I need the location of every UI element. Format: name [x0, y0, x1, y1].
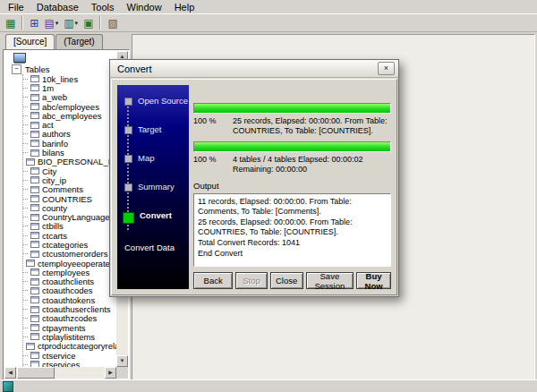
table-tree-item[interactable]: barinfo: [23, 139, 116, 148]
save-session-button[interactable]: Save Session: [306, 272, 354, 289]
tree-node-tables[interactable]: − Tables: [4, 64, 116, 74]
menu-item[interactable]: File: [2, 1, 30, 13]
table-grid-icon: [30, 361, 39, 367]
dialog-buttons: Back Stop Close Save Session Buy Now: [193, 272, 391, 289]
table-tree-item[interactable]: ctpayments: [23, 323, 116, 332]
table-tree-item[interactable]: ctoauthtokens: [23, 295, 116, 304]
step-marker-icon: [124, 155, 132, 163]
table-tree-item[interactable]: ctemployeeoperatelog: [23, 259, 116, 268]
table-grid-icon: [30, 186, 39, 193]
tab-source[interactable]: [Source]: [5, 34, 55, 49]
tab-target[interactable]: (Target): [55, 34, 102, 49]
table-tree-item[interactable]: ctoauthuserclients: [23, 304, 116, 313]
close-button[interactable]: Close: [270, 272, 303, 289]
output-line: Total Convert Records: 1041: [198, 238, 387, 248]
menu-item[interactable]: Database: [30, 1, 85, 13]
stop-button[interactable]: Stop: [235, 272, 267, 289]
table-tree-item[interactable]: ctplaylistitems: [23, 332, 116, 341]
toolbar: ▦⊞▤▾▥▾▣▧: [0, 13, 537, 32]
table-tree-item[interactable]: authors: [23, 130, 116, 139]
table-tree-item[interactable]: ctservice: [23, 351, 116, 360]
dropdown-arrow-icon[interactable]: ▾: [55, 20, 59, 27]
table-tree-item[interactable]: ctemployees: [23, 268, 116, 277]
menu-item[interactable]: Tools: [85, 1, 121, 13]
table-grid-icon: [30, 232, 39, 239]
table-grid-icon: [30, 251, 39, 258]
dropdown-arrow-icon[interactable]: ▾: [75, 20, 79, 27]
table-tree-item[interactable]: ctoauthclients: [23, 277, 116, 286]
table-tree-item[interactable]: bilans: [23, 148, 116, 157]
scroll-right-icon[interactable]: ▶: [105, 367, 116, 379]
menu-item[interactable]: Help: [168, 1, 201, 13]
table-tree-item[interactable]: COUNTRIES: [23, 194, 116, 203]
dialog-titlebar[interactable]: Convert ×: [110, 60, 398, 78]
table-grid-icon: [26, 343, 35, 350]
output-line: End Convert: [198, 249, 387, 259]
table-tree-item[interactable]: abc_employees: [23, 111, 116, 120]
table-grid-icon: [30, 241, 39, 248]
scroll-left-icon[interactable]: ◀: [4, 367, 16, 379]
table-button[interactable]: ▦: [3, 15, 18, 30]
step-marker-icon: [124, 126, 132, 134]
table-tree-item[interactable]: Comments: [23, 185, 116, 194]
table-tree-item[interactable]: ctbills: [23, 222, 116, 231]
table-tree-item[interactable]: county: [23, 203, 116, 212]
window-button[interactable]: ⊞: [27, 15, 41, 30]
wizard-step: Convert: [124, 210, 189, 239]
table-tree-item[interactable]: City: [23, 166, 116, 175]
step-label: Open Source: [138, 96, 188, 106]
output-line: 25 records, Elapsed: 00:00:00. From Tabl…: [198, 217, 387, 237]
table-tree-item[interactable]: CountryLanguage: [23, 212, 116, 221]
table-tree-item[interactable]: ctcategories: [23, 240, 116, 249]
table-grid-icon: [30, 131, 39, 138]
table-tree-item[interactable]: ctservices: [23, 360, 116, 367]
data-icon: ▣: [83, 18, 93, 29]
back-button[interactable]: Back: [193, 272, 233, 289]
table-tree-item[interactable]: ctcarts: [23, 231, 116, 240]
status-icon: [3, 381, 13, 392]
scroll-down-icon[interactable]: ▼: [116, 355, 128, 367]
tree-horizontal-scrollbar[interactable]: ◀ ▶: [4, 367, 116, 379]
view-icon: ▥: [64, 18, 73, 29]
table-grid-icon: [30, 167, 39, 175]
table-tree-item[interactable]: 1m: [23, 83, 116, 92]
table-tree-item[interactable]: act: [23, 120, 116, 129]
table-grid-icon: [30, 122, 39, 129]
wizard-step: Summary: [124, 182, 189, 210]
table-tree-item[interactable]: BIO_PERSONAL_INF: [23, 158, 116, 166]
table-grid-icon: [30, 84, 39, 91]
table-tree-item[interactable]: 10k_lines: [23, 74, 116, 83]
database-button[interactable]: ▧: [105, 15, 120, 30]
horizontal-scroll-thumb[interactable]: [17, 367, 55, 379]
table-progress-detail: 25 records, Elapsed: 00:00:00. From Tabl…: [233, 116, 391, 136]
tables-list: 10k_lines 1m a_web: [22, 74, 116, 367]
table-tree-item[interactable]: ctcustomerorders: [23, 250, 116, 259]
table-grid-icon: [30, 306, 39, 313]
window-icon: ⊞: [30, 18, 38, 29]
total-progress-percent: 100 %: [193, 155, 227, 175]
close-icon[interactable]: ×: [378, 62, 395, 75]
table-tree-item[interactable]: ctoauthcodes: [23, 286, 116, 295]
table-grid-icon: [30, 94, 39, 101]
table-tree-item[interactable]: abc/employees: [23, 102, 116, 111]
view-button[interactable]: ▥▾: [61, 15, 81, 30]
output-log[interactable]: 11 records, Elapsed: 00:00:00. From Tabl…: [193, 193, 391, 267]
statusbar: [0, 379, 537, 392]
dialog-body: Open Source Target Map: [111, 79, 397, 295]
table-tree-item[interactable]: ctoauthzcodes: [23, 314, 116, 323]
collapse-icon[interactable]: −: [12, 64, 21, 74]
table-tree-item[interactable]: ctproductcategoryrelation: [23, 342, 116, 351]
table-grid-icon: [26, 158, 35, 166]
tree-root-node[interactable]: [4, 51, 116, 64]
table-tree-item[interactable]: city_ip: [23, 175, 116, 184]
menu-item[interactable]: Window: [121, 1, 168, 13]
table-grid-icon: [30, 287, 39, 294]
menubar: File Database Tools Window Help: [0, 0, 537, 13]
table-grid-icon: [30, 352, 39, 359]
export-button[interactable]: ▤▾: [41, 15, 61, 30]
data-button[interactable]: ▣: [81, 15, 96, 30]
buy-now-button[interactable]: Buy Now: [356, 272, 391, 289]
panel-tabs: [Source] (Target): [3, 34, 131, 49]
table-tree-item[interactable]: a_web: [23, 93, 116, 102]
table-grid-icon: [30, 268, 39, 276]
